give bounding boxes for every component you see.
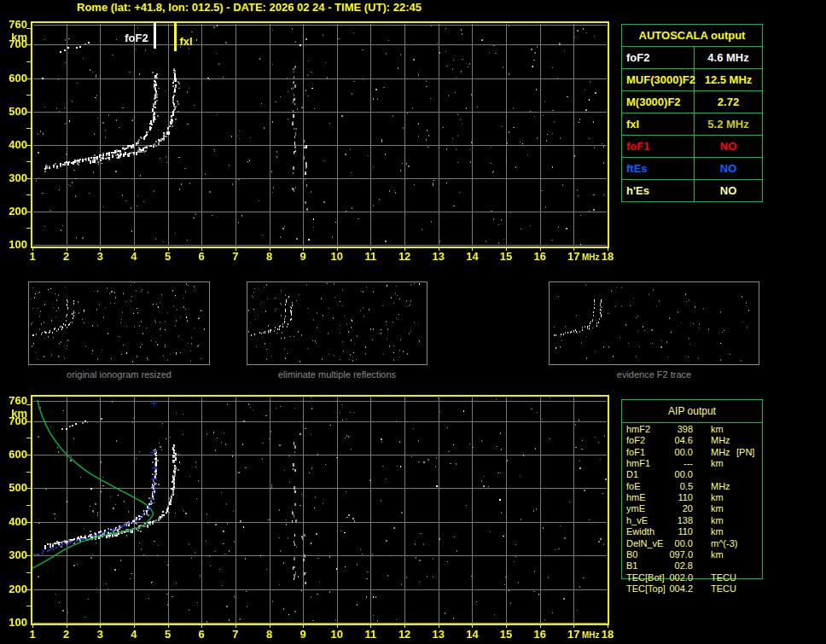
thumbnail-caption: eliminate multiple reflections: [247, 369, 428, 380]
x-tick-label: 11: [358, 250, 383, 263]
aip-unit: TECU: [711, 572, 736, 583]
x-tick-label: 8: [257, 250, 282, 263]
y-tick-label: 400: [0, 516, 27, 528]
x-tick-label: 6: [189, 628, 214, 641]
x-tick-label: 1: [20, 250, 45, 263]
aip-row: B0097.0km: [621, 549, 761, 560]
thumbnail-eliminate-canvas: [247, 282, 425, 363]
aip-unit: MHz: [711, 447, 730, 458]
aip-param: hmE: [626, 492, 646, 503]
aip-row: hmF2398km: [621, 424, 761, 435]
x-tick-label: 10: [324, 628, 350, 641]
aip-row: hmE110km: [621, 492, 761, 503]
aip-unit: km: [711, 424, 724, 435]
aip-param: foF2: [626, 435, 645, 446]
aip-value: 110: [657, 492, 693, 503]
x-tick-label: 7: [223, 250, 248, 263]
autoscala-row: MUF(3000)F212.5 MHz: [622, 69, 762, 91]
autoscala-value-cell: 4.6 MHz: [695, 47, 762, 68]
y-tick-label: 200: [0, 206, 27, 218]
autoscala-value-cell: 5.2 MHz: [695, 113, 762, 135]
thumbnail-caption: original ionogram resized: [28, 369, 210, 380]
x-tick-label: 2: [54, 250, 79, 263]
autoscala-param-cell: h'Es: [622, 180, 695, 201]
aip-unit: km: [711, 515, 724, 526]
x-tick-label: 7: [223, 628, 248, 641]
y-tick-label: 600: [0, 73, 27, 84]
aip-value: 00.0: [657, 447, 693, 458]
x-axis-unit-label: MHz: [582, 252, 600, 262]
aip-unit: km: [711, 503, 724, 514]
y-axis-unit-label: km: [0, 32, 27, 44]
aip-param: B0: [626, 549, 637, 560]
autoscala-param-cell: foF1: [622, 136, 695, 157]
x-tick-label: 12: [392, 250, 417, 263]
x-tick-label: 13: [426, 250, 451, 263]
x-tick-label: 4: [121, 628, 147, 641]
autoscala-row: M(3000)F22.72: [622, 91, 762, 113]
aip-value: 00.0: [657, 469, 693, 480]
aip-value: ---: [657, 458, 693, 469]
x-tick-label: 8: [257, 628, 282, 641]
autoscala-value-cell: 12.5 MHz: [695, 69, 762, 90]
autoscala-param-cell: MUF(3000)F2: [622, 69, 695, 90]
thumbnail-original-ionogram: [28, 281, 210, 365]
y-tick-label: 760: [0, 395, 27, 407]
x-tick-label: 5: [155, 628, 181, 641]
top-ionogram-canvas: [26, 21, 609, 253]
y-tick-label: 500: [0, 106, 27, 118]
autoscala-row: fxI5.2 MHz: [622, 113, 762, 136]
aip-table-header: AIP output: [622, 400, 762, 422]
thumbnail-evidence-f2: [549, 281, 759, 365]
aip-param: Ewidth: [626, 526, 654, 537]
aip-unit: MHz: [711, 435, 730, 446]
aip-row: DelN_vE00.0m^(-3): [621, 538, 761, 549]
aip-note: [PN]: [736, 447, 754, 458]
x-tick-label: 6: [189, 250, 214, 263]
autoscala-row: h'EsNO: [622, 180, 762, 201]
thumbnail-evidence-canvas: [550, 282, 757, 363]
autoscala-param-cell: M(3000)F2: [622, 91, 695, 113]
y-tick-label: 100: [0, 617, 27, 629]
aip-param: B1: [626, 560, 637, 571]
x-tick-label: 11: [358, 628, 383, 641]
aip-value: 110: [657, 526, 693, 537]
aip-row: hmF1---km: [621, 458, 761, 469]
aip-row: foF100.0MHz[PN]: [621, 447, 761, 458]
x-tick-label: 12: [392, 628, 417, 641]
y-tick-label: 600: [0, 449, 27, 461]
aip-table-rows: hmF2398kmfoF204.6MHzfoF100.0MHz[PN]hmF1-…: [621, 424, 761, 603]
x-tick-label: 9: [290, 250, 316, 263]
autoscala-row: ftEsNO: [622, 158, 762, 180]
autoscala-param-cell: ftEs: [622, 158, 695, 179]
aip-value: 20: [657, 503, 693, 514]
aip-unit: TECU: [711, 583, 736, 595]
autoscala-value-cell: NO: [695, 158, 762, 179]
y-tick-label: 100: [0, 239, 27, 251]
aip-param: ymE: [626, 503, 645, 514]
y-tick-label: 300: [0, 549, 27, 561]
x-axis-unit-label: MHz: [582, 630, 600, 640]
x-tick-label: 13: [426, 628, 451, 641]
aip-unit: m^(-3): [711, 538, 737, 549]
autoscala-table-header: AUTOSCALA output: [622, 25, 762, 47]
aip-unit: km: [711, 526, 724, 537]
autoscala-value-cell: 2.72: [695, 91, 762, 113]
aip-value: 138: [657, 515, 693, 526]
aip-value: 398: [657, 424, 693, 435]
y-tick-label: 760: [0, 19, 27, 31]
aip-row: D100.0: [621, 469, 761, 480]
aip-param: foE: [626, 481, 641, 492]
autoscala-value-cell: NO: [695, 136, 762, 157]
x-tick-label: 15: [493, 250, 519, 263]
bottom-ionogram-canvas: [26, 395, 609, 630]
aip-unit: km: [711, 492, 724, 503]
aip-row: foE0.5MHz: [621, 481, 761, 492]
aip-value: 097.0: [657, 549, 693, 560]
y-tick-label: 200: [0, 583, 27, 595]
aip-param: hmF2: [626, 424, 650, 435]
aip-row: foF204.6MHz: [621, 435, 761, 446]
aip-value: 002.0: [657, 572, 693, 583]
autoscala-screen: Rome (lat: +41.8, lon: 012.5) - DATE: 20…: [0, 0, 826, 644]
x-tick-label: 5: [155, 250, 181, 263]
